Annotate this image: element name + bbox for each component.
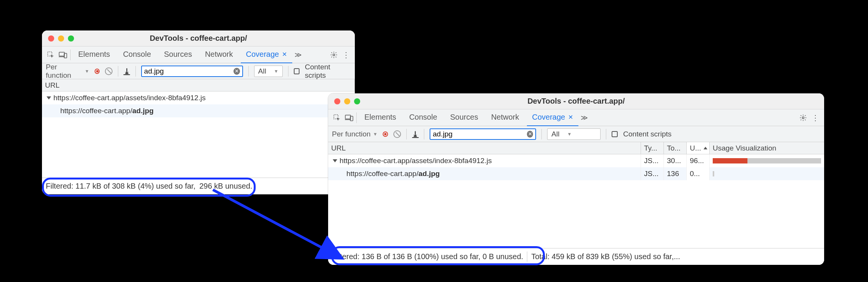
cell-url: https://coffee-cart.app/ad.jpg bbox=[328, 167, 641, 180]
status-total: Total: 459 kB of 839 kB (55%) used so fa… bbox=[527, 252, 824, 262]
inspect-icon[interactable] bbox=[332, 113, 342, 123]
clear-button[interactable] bbox=[105, 67, 112, 75]
url-match: ad.jpg bbox=[419, 170, 440, 178]
tab-sources[interactable]: Sources bbox=[445, 109, 483, 126]
record-button[interactable] bbox=[95, 69, 100, 74]
table-body: https://coffee-cart.app/assets/index-8bf… bbox=[328, 154, 824, 180]
url-text: https://coffee-cart.app/ bbox=[346, 170, 419, 178]
tab-coverage[interactable]: Coverage ✕ bbox=[241, 46, 293, 63]
table-row[interactable]: https://coffee-cart.app/ad.jpg bbox=[42, 104, 355, 117]
close-tab-icon[interactable]: ✕ bbox=[282, 51, 287, 58]
window-title: DevTools - coffee-cart.app/ bbox=[328, 97, 824, 106]
inspect-icon[interactable] bbox=[46, 50, 56, 60]
svg-rect-5 bbox=[345, 115, 351, 119]
sort-ascending-icon bbox=[704, 147, 707, 149]
granularity-label: Per function bbox=[332, 130, 370, 138]
separator bbox=[356, 112, 357, 123]
separator bbox=[288, 66, 288, 77]
content-scripts-checkbox[interactable] bbox=[612, 131, 618, 137]
tabbar: Elements Console Sources Network Coverag… bbox=[328, 109, 824, 126]
separator bbox=[541, 129, 542, 139]
maximize-icon[interactable] bbox=[354, 98, 360, 104]
separator bbox=[135, 66, 136, 77]
cell-viz bbox=[710, 154, 824, 167]
status-bar: Filtered: 11.7 kB of 308 kB (4%) used so… bbox=[42, 178, 355, 194]
tab-sources[interactable]: Sources bbox=[159, 46, 197, 63]
type-filter-label: All bbox=[258, 67, 266, 75]
separator bbox=[70, 50, 71, 60]
granularity-select[interactable]: Per function ▼ bbox=[46, 63, 89, 80]
table-row[interactable]: https://coffee-cart.app/assets/index-8bf… bbox=[328, 154, 824, 167]
minimize-icon[interactable] bbox=[344, 98, 350, 104]
more-tabs-icon[interactable]: ≫ bbox=[581, 114, 588, 122]
content-scripts-checkbox[interactable] bbox=[294, 68, 300, 74]
url-filter-field[interactable] bbox=[144, 67, 231, 75]
close-icon[interactable] bbox=[334, 98, 340, 104]
titlebar[interactable]: DevTools - coffee-cart.app/ bbox=[328, 93, 824, 109]
url-filter-input[interactable]: ✕ bbox=[430, 128, 536, 140]
cell-url: https://coffee-cart.app/ad.jpg bbox=[42, 104, 355, 117]
url-filter-input[interactable]: ✕ bbox=[141, 66, 243, 77]
tab-elements[interactable]: Elements bbox=[73, 46, 115, 63]
coverage-toolbar: Per function ▼ ⤓ ✕ All ▼ Content scripts bbox=[42, 63, 355, 79]
separator bbox=[118, 66, 118, 77]
tabbar: Elements Console Sources Network Coverag… bbox=[42, 46, 355, 63]
more-tabs-icon[interactable]: ≫ bbox=[295, 51, 302, 59]
export-button[interactable]: ⤓ bbox=[124, 67, 130, 76]
svg-point-3 bbox=[333, 54, 335, 56]
col-type[interactable]: Ty... bbox=[641, 142, 664, 154]
granularity-select[interactable]: Per function ▼ bbox=[332, 130, 377, 138]
status-filtered: Filtered: 11.7 kB of 308 kB (4%) used so… bbox=[42, 181, 199, 191]
device-toggle-icon[interactable] bbox=[58, 50, 68, 60]
clear-filter-icon[interactable]: ✕ bbox=[527, 131, 533, 138]
tab-network[interactable]: Network bbox=[486, 109, 524, 126]
tab-network[interactable]: Network bbox=[200, 46, 238, 63]
disclosure-icon[interactable] bbox=[47, 96, 51, 99]
col-viz[interactable]: Usage Visualization bbox=[710, 142, 824, 154]
tab-console[interactable]: Console bbox=[404, 109, 442, 126]
type-filter-select[interactable]: All ▼ bbox=[547, 128, 601, 140]
export-button[interactable]: ⤓ bbox=[412, 130, 419, 139]
chevron-down-icon: ▼ bbox=[274, 69, 279, 74]
kebab-icon[interactable]: ⋮ bbox=[810, 113, 820, 123]
col-total[interactable]: To... bbox=[664, 142, 687, 154]
device-toggle-icon[interactable] bbox=[344, 113, 354, 123]
devtools-window-left: DevTools - coffee-cart.app/ Elements Con… bbox=[42, 30, 355, 194]
tab-coverage-label: Coverage bbox=[246, 50, 279, 59]
kebab-icon[interactable]: ⋮ bbox=[341, 50, 351, 60]
record-button[interactable] bbox=[383, 131, 388, 137]
type-filter-select[interactable]: All ▼ bbox=[254, 66, 283, 77]
minimize-icon[interactable] bbox=[58, 35, 64, 42]
gear-icon[interactable] bbox=[798, 113, 808, 123]
usage-bar bbox=[713, 171, 714, 176]
tab-coverage[interactable]: Coverage ✕ bbox=[527, 109, 579, 126]
url-filter-field[interactable] bbox=[433, 130, 524, 138]
tab-console[interactable]: Console bbox=[118, 46, 156, 63]
gear-icon[interactable] bbox=[329, 50, 339, 60]
usage-bar bbox=[713, 158, 821, 163]
separator bbox=[424, 129, 424, 139]
traffic-lights bbox=[42, 35, 74, 42]
cell-viz bbox=[710, 167, 824, 180]
disclosure-icon[interactable] bbox=[333, 159, 337, 162]
chevron-down-icon: ▼ bbox=[373, 131, 377, 137]
col-url[interactable]: URL bbox=[42, 79, 355, 91]
col-unused-label: U... bbox=[690, 144, 701, 152]
table-row[interactable]: https://coffee-cart.app/assets/index-8bf… bbox=[42, 91, 355, 104]
maximize-icon[interactable] bbox=[68, 35, 74, 42]
close-icon[interactable] bbox=[48, 35, 54, 42]
tab-coverage-label: Coverage bbox=[532, 113, 565, 122]
window-title: DevTools - coffee-cart.app/ bbox=[42, 34, 355, 43]
table-row[interactable]: https://coffee-cart.app/ad.jpg JS... 136… bbox=[328, 167, 824, 180]
titlebar[interactable]: DevTools - coffee-cart.app/ bbox=[42, 30, 355, 46]
traffic-lights bbox=[328, 98, 360, 104]
tab-elements[interactable]: Elements bbox=[359, 109, 401, 126]
col-unused[interactable]: U... bbox=[687, 142, 710, 154]
chevron-down-icon: ▼ bbox=[567, 131, 572, 137]
url-match: ad.jpg bbox=[132, 107, 154, 115]
separator bbox=[248, 66, 249, 77]
close-tab-icon[interactable]: ✕ bbox=[568, 114, 573, 121]
clear-filter-icon[interactable]: ✕ bbox=[234, 68, 240, 75]
col-url[interactable]: URL bbox=[328, 142, 641, 154]
clear-button[interactable] bbox=[393, 130, 401, 138]
